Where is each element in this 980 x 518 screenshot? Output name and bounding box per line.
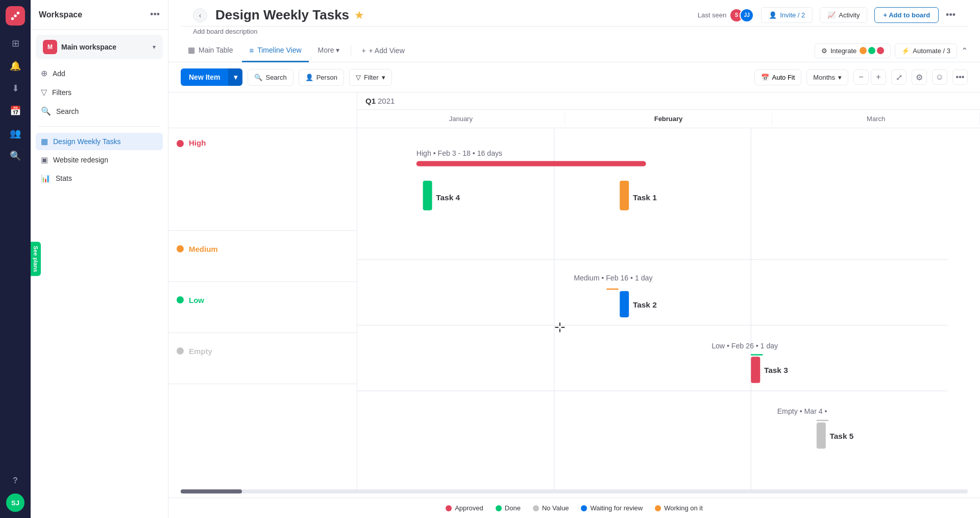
- gantt-group-header-medium[interactable]: Medium: [168, 231, 357, 267]
- logo[interactable]: [6, 6, 25, 26]
- gantt-right-panel: High • Feb 3 - 18 • 16 days Task 4 Task …: [357, 128, 980, 489]
- people-icon[interactable]: 👥: [6, 124, 25, 143]
- add-to-board-button[interactable]: + Add to board: [874, 7, 939, 23]
- filters-label: Filters: [52, 88, 71, 97]
- icon-bar: ⊞ 🔔 ⬇ 📅 👥 🔍 ? SJ: [0, 0, 31, 518]
- settings-button[interactable]: ⚙: [912, 69, 927, 85]
- low-bar-label: Low • Feb 26 • 1 day: [712, 342, 778, 350]
- filter-button[interactable]: ▽ Filter ▾: [349, 69, 392, 86]
- download-icon[interactable]: ⬇: [6, 79, 25, 98]
- task3-label: Task 3: [764, 366, 788, 374]
- gantt-group-low: Low: [168, 282, 357, 333]
- see-plans-button[interactable]: See plans: [31, 242, 41, 276]
- tabs-bar: ▦ Main Table ≡ Timeline View More ▾ + + …: [168, 39, 980, 62]
- high-bar-label: High • Feb 3 - 18 • 16 days: [416, 149, 503, 157]
- board-description[interactable]: Add board description: [181, 27, 968, 39]
- fullscreen-button[interactable]: ⤢: [891, 69, 906, 85]
- search-sidebar-icon: 🔍: [41, 106, 51, 116]
- task4-bar: [423, 181, 432, 210]
- sidebar-more-icon[interactable]: •••: [150, 9, 160, 20]
- gantt-container: Q1 2021 January February March High: [168, 92, 980, 518]
- main-content: ‹ Design Weekly Tasks ★ Last seen S JJ 👤…: [168, 0, 980, 518]
- workspace-selector[interactable]: M Main workspace ▾: [36, 35, 163, 59]
- waiting-label: Waiting for review: [590, 504, 643, 512]
- filters-action[interactable]: ▽ Filters: [36, 83, 163, 101]
- working-dot: [655, 505, 661, 511]
- question-icon[interactable]: ?: [6, 471, 25, 490]
- tab-main-table[interactable]: ▦ Main Table: [181, 39, 240, 62]
- sidebar-actions: ⊕ Add ▽ Filters 🔍 Search: [31, 62, 168, 122]
- empty-bar-label: Empty • Mar 4 •: [777, 407, 827, 415]
- last-seen-label: Last seen S JJ: [698, 8, 754, 22]
- empty-dot: [177, 347, 184, 355]
- search-action[interactable]: 🔍 Search: [36, 102, 163, 120]
- search-button[interactable]: 🔍 Search: [248, 69, 293, 86]
- task2-bar: [620, 291, 629, 317]
- gantt-header: Q1 2021 January February March: [168, 92, 980, 128]
- calendar-icon[interactable]: 📅: [6, 101, 25, 121]
- zoom-out-button[interactable]: −: [853, 69, 869, 85]
- sidebar-nav: ▦ Design Weekly Tasks ▣ Website redesign…: [31, 131, 168, 189]
- search-label: Search: [56, 107, 79, 115]
- approved-label: Approved: [455, 504, 483, 512]
- integrate-button[interactable]: ⚙ Integrate: [815, 43, 891, 58]
- automate-button[interactable]: ⚡ Automate / 3: [895, 43, 957, 58]
- add-label: Add: [53, 69, 65, 78]
- website-redesign-label: Website redesign: [53, 156, 108, 164]
- gantt-svg: High • Feb 3 - 18 • 16 days Task 4 Task …: [357, 128, 980, 489]
- gantt-scrollbar-thumb[interactable]: [181, 489, 242, 493]
- collapse-sidebar-button[interactable]: ‹: [193, 8, 207, 22]
- person-button[interactable]: 👤 Person: [299, 69, 344, 86]
- gantt-group-empty: Empty: [168, 333, 357, 384]
- board2-icon: ▣: [41, 155, 48, 164]
- smiley-button[interactable]: ☺: [932, 69, 947, 85]
- auto-fit-button[interactable]: 📅 Auto Fit: [754, 69, 802, 85]
- new-item-button[interactable]: New Item ▾: [181, 68, 242, 86]
- waiting-dot: [581, 505, 587, 511]
- board-title: Design Weekly Tasks: [215, 7, 349, 23]
- workspace-chevron-icon: ▾: [153, 43, 156, 51]
- gantt-group-header-empty[interactable]: Empty: [168, 333, 357, 369]
- sidebar-item-design-weekly-tasks[interactable]: ▦ Design Weekly Tasks: [36, 133, 163, 150]
- board-header-area: ‹ Design Weekly Tasks ★ Last seen S JJ 👤…: [168, 0, 980, 39]
- main-table-icon: ▦: [188, 45, 195, 55]
- grid-icon[interactable]: ⊞: [6, 34, 25, 53]
- gantt-right-header: Q1 2021 January February March: [357, 92, 980, 128]
- cursor: ⊹: [554, 320, 566, 334]
- header-more-icon[interactable]: •••: [946, 10, 955, 20]
- toolbar-more-button[interactable]: •••: [952, 69, 968, 85]
- medium-dot: [177, 245, 184, 252]
- workspace-icon: M: [43, 40, 57, 54]
- task5-label: Task 5: [830, 432, 854, 440]
- new-item-main[interactable]: New Item: [181, 68, 228, 86]
- months-selector[interactable]: Months ▾: [806, 69, 848, 85]
- add-view-button[interactable]: + + Add View: [355, 42, 410, 59]
- tab-timeline-view[interactable]: ≡ Timeline View: [242, 40, 308, 62]
- activity-button[interactable]: 📈 Activity: [820, 7, 867, 23]
- star-icon[interactable]: ★: [354, 9, 364, 22]
- sidebar-item-stats[interactable]: 📊 Stats: [36, 170, 163, 187]
- zoom-in-button[interactable]: +: [871, 69, 886, 85]
- green-dot: [868, 47, 875, 54]
- invite-button[interactable]: 👤 Invite / 2: [761, 7, 813, 23]
- tabs-right: ⚙ Integrate ⚡ Automate / 3 ⌃: [815, 43, 968, 58]
- plus-icon: +: [361, 46, 365, 55]
- user-avatar[interactable]: SJ: [6, 493, 24, 512]
- gantt-group-header-high[interactable]: High: [168, 128, 357, 230]
- gantt-scrollbar[interactable]: [181, 489, 968, 493]
- avatar-jj: JJ: [740, 8, 754, 22]
- automate-icon: ⚡: [901, 47, 910, 55]
- bell-icon[interactable]: 🔔: [6, 56, 25, 76]
- new-item-chevron[interactable]: ▾: [228, 68, 242, 86]
- tab-more[interactable]: More ▾: [311, 40, 347, 62]
- orange-dot: [860, 47, 867, 54]
- search-icon[interactable]: 🔍: [6, 146, 25, 166]
- task3-bar: [751, 357, 760, 383]
- add-action[interactable]: ⊕ Add: [36, 64, 163, 82]
- tabs-collapse-icon[interactable]: ⌃: [961, 46, 968, 56]
- gantt-group-header-low[interactable]: Low: [168, 282, 357, 318]
- sidebar-item-website-redesign[interactable]: ▣ Website redesign: [36, 151, 163, 169]
- filter-tool-icon: ▽: [356, 74, 361, 81]
- top-header: ‹ Design Weekly Tasks ★ Last seen S JJ 👤…: [181, 0, 968, 27]
- done-dot: [496, 505, 502, 511]
